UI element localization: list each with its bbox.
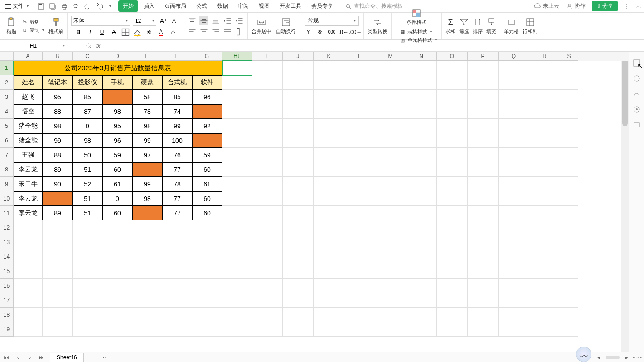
font-name-select[interactable]: 宋体▾	[71, 16, 130, 26]
cell[interactable]	[73, 264, 102, 279]
cell[interactable]	[406, 308, 437, 322]
cell[interactable]	[222, 293, 252, 308]
cell[interactable]	[529, 308, 560, 322]
cell[interactable]	[560, 308, 578, 322]
currency-icon[interactable]: ¥	[304, 28, 313, 37]
sidepanel-icon-2[interactable]	[633, 74, 641, 83]
cell[interactable]	[252, 220, 283, 235]
cell[interactable]	[344, 220, 375, 235]
cell[interactable]	[499, 220, 529, 235]
cell[interactable]	[468, 206, 499, 220]
cell[interactable]	[132, 264, 162, 279]
cell[interactable]	[162, 308, 192, 322]
cell[interactable]	[192, 279, 222, 293]
row-header[interactable]: 7	[0, 148, 14, 162]
cell[interactable]	[468, 162, 499, 177]
cell[interactable]	[252, 148, 283, 162]
cell[interactable]	[344, 133, 375, 148]
border-icon[interactable]	[121, 28, 130, 37]
cell[interactable]	[344, 279, 375, 293]
scrollbar-thumb[interactable]	[622, 54, 628, 126]
cell[interactable]	[499, 206, 529, 220]
cell[interactable]	[192, 264, 222, 279]
table-cell[interactable]: 89	[43, 206, 73, 220]
cell[interactable]	[252, 104, 283, 119]
cell[interactable]	[529, 61, 560, 75]
sheet-tab[interactable]: Sheet16	[50, 353, 84, 362]
row-header[interactable]: 4	[0, 104, 14, 119]
cell[interactable]	[560, 264, 578, 279]
cell[interactable]	[560, 119, 578, 133]
column-header[interactable]: L	[344, 52, 375, 61]
more-icon[interactable]: ⋮	[624, 3, 629, 10]
sheet-nav-last-icon[interactable]: ⏭	[38, 354, 45, 361]
cell[interactable]	[252, 235, 283, 249]
sidepanel-icon-4[interactable]	[633, 105, 641, 113]
italic-icon[interactable]: I	[86, 28, 95, 37]
cell[interactable]	[102, 293, 132, 308]
cell[interactable]	[406, 191, 437, 206]
cell[interactable]	[529, 249, 560, 264]
cell[interactable]	[73, 293, 102, 308]
cell[interactable]	[560, 104, 578, 119]
row-header[interactable]: 17	[0, 293, 14, 308]
cell[interactable]	[73, 235, 102, 249]
cell[interactable]	[437, 177, 468, 191]
cell[interactable]	[499, 133, 529, 148]
cell[interactable]	[560, 235, 578, 249]
cell[interactable]	[222, 279, 252, 293]
cell[interactable]	[375, 61, 406, 75]
table-cell[interactable]: 51	[73, 206, 102, 220]
table-cell[interactable]: 60	[192, 162, 222, 177]
column-header[interactable]: N	[406, 52, 437, 61]
cell[interactable]	[314, 220, 344, 235]
cell[interactable]	[560, 75, 578, 90]
cell[interactable]	[222, 133, 252, 148]
table-cell[interactable]: 78	[162, 177, 192, 191]
cell[interactable]	[375, 293, 406, 308]
tab-view[interactable]: 视图	[254, 0, 274, 12]
decrease-font-icon[interactable]: A⁻	[171, 16, 180, 25]
font-size-select[interactable]: 12▾	[133, 16, 156, 26]
increase-font-icon[interactable]: A⁺	[159, 16, 168, 25]
cell[interactable]	[375, 220, 406, 235]
cell[interactable]	[468, 90, 499, 104]
file-menu[interactable]: 文件 ▾	[3, 1, 31, 11]
table-cell[interactable]: 60	[192, 191, 222, 206]
cell[interactable]	[468, 308, 499, 322]
cell[interactable]	[468, 104, 499, 119]
cell[interactable]	[283, 293, 314, 308]
table-cell[interactable]: 赵飞	[14, 90, 43, 104]
sort-button[interactable]: 排序	[473, 17, 483, 35]
tab-start[interactable]: 开始	[118, 0, 138, 12]
table-cell[interactable]: 87	[73, 104, 102, 119]
cell[interactable]	[406, 177, 437, 191]
cell[interactable]	[406, 104, 437, 119]
table-cell[interactable]: 98	[132, 119, 162, 133]
cell[interactable]	[437, 264, 468, 279]
cell[interactable]	[14, 293, 43, 308]
cell[interactable]	[375, 104, 406, 119]
cell[interactable]	[437, 308, 468, 322]
row-header[interactable]: 6	[0, 133, 14, 148]
cell[interactable]	[468, 264, 499, 279]
collapse-ribbon-icon[interactable]: ︿	[636, 2, 641, 10]
column-header[interactable]: P	[468, 52, 499, 61]
column-header[interactable]: K	[314, 52, 344, 61]
cell[interactable]	[499, 235, 529, 249]
save-as-icon[interactable]	[49, 3, 56, 10]
cell[interactable]	[375, 177, 406, 191]
cell[interactable]	[222, 264, 252, 279]
cell[interactable]	[102, 235, 132, 249]
cell[interactable]	[468, 119, 499, 133]
cell[interactable]	[132, 249, 162, 264]
share-button[interactable]: ⇧ 分享	[592, 1, 618, 11]
cell[interactable]	[14, 235, 43, 249]
table-cell[interactable]: 98	[132, 191, 162, 206]
cell[interactable]	[437, 61, 468, 75]
cell[interactable]	[375, 322, 406, 337]
row-header[interactable]: 18	[0, 308, 14, 322]
cell[interactable]	[43, 235, 73, 249]
table-cell[interactable]	[192, 133, 222, 148]
cell[interactable]	[375, 191, 406, 206]
